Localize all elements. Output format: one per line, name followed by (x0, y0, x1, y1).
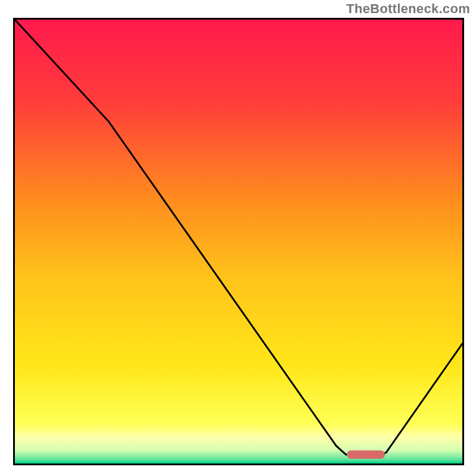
plot-frame (13, 18, 464, 465)
chart-canvas: TheBottleneck.com (0, 0, 476, 476)
watermark-text: TheBottleneck.com (346, 1, 470, 17)
